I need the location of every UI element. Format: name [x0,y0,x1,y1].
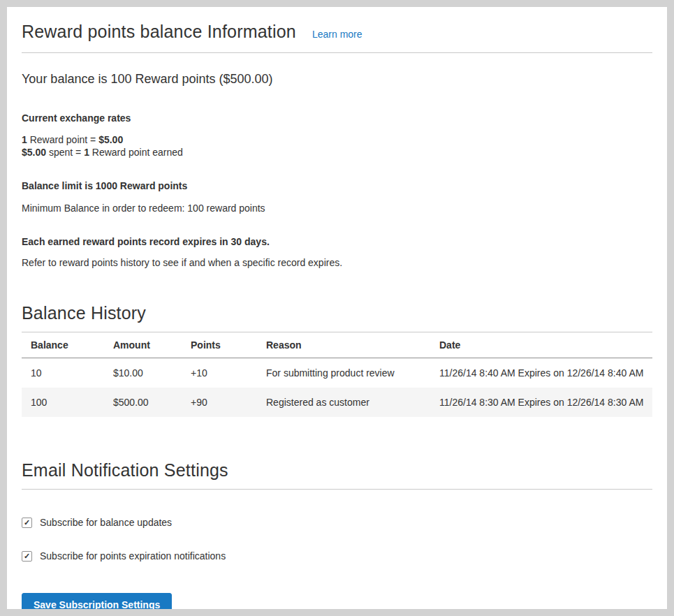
column-header-amount: Amount [104,332,182,358]
rate2-points: 1 [84,147,89,158]
cell-points: +10 [182,358,257,388]
rate1-points: 1 [22,134,27,145]
cell-date: 11/26/14 8:30 AM Expires on 12/26/14 8:3… [430,388,652,417]
cell-date: 11/26/14 8:40 AM Expires on 12/26/14 8:4… [430,358,652,388]
cell-amount: $500.00 [104,388,182,417]
cell-amount: $10.00 [104,358,182,388]
rate1-text: Reward point = [27,134,98,145]
email-settings-heading: Email Notification Settings [22,460,652,490]
rate1-value: $5.00 [98,134,123,145]
email-settings-section: Email Notification Settings ✓ Subscribe … [22,460,652,609]
expiration-rule-text: Each earned reward points record expires… [22,236,652,247]
save-subscription-settings-button[interactable]: Save Subscription Settings [22,593,172,609]
balance-updates-label[interactable]: Subscribe for balance updates [40,517,172,528]
column-header-points: Points [182,332,257,358]
learn-more-link[interactable]: Learn more [312,29,362,40]
cell-reason: Registered as customer [257,388,430,417]
expiration-note-text: Refer to reward points history to see if… [22,257,652,268]
exchange-rates-heading: Current exchange rates [22,112,652,124]
reward-points-page: Reward points balance Information Learn … [7,7,667,609]
minimum-balance-text: Minimum Balance in order to redeem: 100 … [22,203,652,214]
column-header-date: Date [430,332,652,358]
exchange-rate-line-2: $5.00 spent = 1 Reward point earned [22,146,652,159]
page-title: Reward points balance Information [22,22,296,42]
table-header-row: Balance Amount Points Reason Date [22,332,652,358]
rate2-value: $5.00 [22,147,46,158]
balance-history-table: Balance Amount Points Reason Date 10 $10… [22,332,652,417]
cell-points: +90 [182,388,257,417]
cell-balance: 10 [22,358,104,388]
points-expiration-checkbox[interactable]: ✓ [22,551,32,562]
points-expiration-option[interactable]: ✓ Subscribe for points expiration notifi… [22,550,652,562]
balance-limit-text: Balance limit is 1000 Reward points [22,180,652,191]
exchange-rate-line-1: 1 Reward point = $5.00 [22,133,652,146]
table-row: 10 $10.00 +10 For submitting product rev… [22,358,652,388]
balance-summary: Your balance is 100 Reward points ($500.… [22,72,652,87]
column-header-reason: Reason [257,332,430,358]
rate2-tail: Reward point earned [89,147,183,158]
balance-updates-option[interactable]: ✓ Subscribe for balance updates [22,517,652,528]
exchange-rates: 1 Reward point = $5.00 $5.00 spent = 1 R… [22,133,652,159]
cell-balance: 100 [22,388,104,417]
column-header-balance: Balance [22,332,104,358]
page-header: Reward points balance Information Learn … [22,7,652,53]
balance-updates-checkbox[interactable]: ✓ [22,518,32,528]
table-row: 100 $500.00 +90 Registered as customer 1… [22,388,652,417]
balance-history-heading: Balance History [22,303,652,332]
balance-history-section: Balance History Balance Amount Points Re… [22,303,652,417]
rate2-text: spent = [46,147,84,158]
actions-bar: Save Subscription Settings [22,593,652,609]
points-expiration-label[interactable]: Subscribe for points expiration notifica… [40,550,226,562]
cell-reason: For submitting product review [257,358,430,388]
